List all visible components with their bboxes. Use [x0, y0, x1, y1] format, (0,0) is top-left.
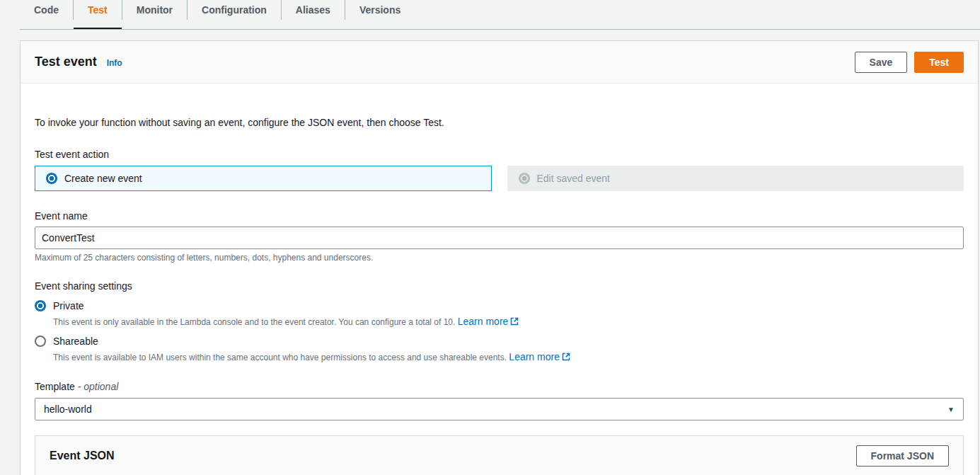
private-description: This event is only available in the Lamb…: [53, 316, 964, 327]
event-json-header: Event JSON Format JSON: [35, 436, 963, 475]
radio-tile-label: Create new event: [64, 173, 142, 184]
learn-more-link-private[interactable]: Learn more: [458, 316, 519, 327]
tab-versions[interactable]: Versions: [345, 0, 415, 20]
tab-test[interactable]: Test: [73, 0, 122, 20]
event-json-title: Event JSON: [50, 450, 115, 462]
event-name-help: Maximum of 25 characters consisting of l…: [35, 253, 964, 263]
tab-aliases[interactable]: Aliases: [281, 0, 345, 20]
tab-configuration[interactable]: Configuration: [187, 0, 281, 20]
template-select[interactable]: hello-world ▼: [35, 398, 964, 420]
radio-tile-create-new-event[interactable]: Create new event: [35, 166, 492, 191]
learn-more-label: Learn more: [458, 316, 509, 327]
radio-selected-icon: [35, 300, 46, 311]
function-tabbar: Code Test Monitor Configuration Aliases …: [0, 0, 980, 30]
test-event-header: Test event Info Save Test: [21, 41, 978, 84]
radio-shareable-label: Shareable: [53, 336, 98, 347]
template-label: Template - optional: [35, 381, 964, 392]
private-description-text: This event is only available in the Lamb…: [53, 317, 455, 327]
radio-tile-label: Edit saved event: [537, 173, 611, 184]
info-link[interactable]: Info: [107, 58, 122, 68]
event-json-panel: Event JSON Format JSON: [35, 435, 964, 475]
event-sharing-label: Event sharing settings: [35, 280, 964, 292]
radio-selected-icon: [46, 173, 57, 184]
radio-tile-edit-saved-event: Edit saved event: [507, 166, 964, 191]
tab-monitor[interactable]: Monitor: [122, 0, 187, 20]
test-event-action-label: Test event action: [35, 149, 964, 160]
radio-shareable[interactable]: Shareable: [35, 336, 964, 347]
radio-disabled-icon: [519, 173, 530, 184]
event-name-input[interactable]: [35, 227, 964, 249]
learn-more-link-shareable[interactable]: Learn more: [509, 351, 570, 362]
radio-unselected-icon: [35, 336, 46, 347]
event-name-label: Event name: [35, 210, 964, 222]
test-event-body: To invoke your function without saving a…: [21, 84, 978, 475]
external-link-icon: [562, 353, 570, 361]
intro-text: To invoke your function without saving a…: [35, 117, 964, 128]
save-button[interactable]: Save: [855, 52, 908, 73]
test-event-action-group: Create new event Edit saved event: [35, 166, 964, 191]
tab-code[interactable]: Code: [20, 0, 73, 20]
tabbar-divider: [20, 29, 980, 30]
page-title: Test event: [35, 55, 97, 69]
template-optional-text: - optional: [78, 381, 119, 392]
learn-more-label: Learn more: [509, 351, 560, 362]
tab-list: Code Test Monitor Configuration Aliases …: [20, 0, 980, 20]
shareable-description: This event is available to IAM users wit…: [53, 351, 964, 362]
chevron-down-icon: ▼: [947, 406, 955, 413]
template-selected-value: hello-world: [44, 404, 92, 415]
test-button[interactable]: Test: [914, 52, 964, 73]
template-label-text: Template: [35, 381, 75, 392]
radio-private[interactable]: Private: [35, 300, 964, 311]
format-json-button[interactable]: Format JSON: [856, 445, 949, 467]
radio-private-label: Private: [53, 300, 84, 311]
external-link-icon: [510, 317, 519, 326]
shareable-description-text: This event is available to IAM users wit…: [53, 353, 507, 362]
test-event-panel: Test event Info Save Test To invoke your…: [20, 40, 979, 475]
